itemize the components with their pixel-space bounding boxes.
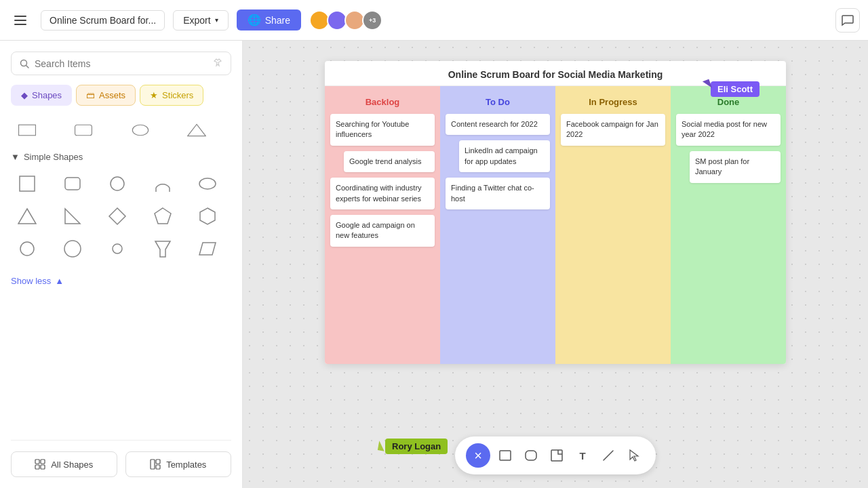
- svg-line-4: [26, 65, 29, 68]
- card[interactable]: Social media post for new year 2022: [676, 114, 781, 146]
- tab-bar: ◆ Shapes 🗃 Assets ★ Stickers: [11, 85, 231, 106]
- close-icon: ×: [474, 449, 482, 462]
- card[interactable]: Searching for Youtube influencers: [330, 114, 435, 146]
- shape-triangle[interactable]: [11, 203, 43, 230]
- export-button[interactable]: Export ▾: [173, 10, 228, 30]
- svg-rect-0: [14, 16, 26, 17]
- share-label: Share: [265, 15, 290, 26]
- tab-stickers[interactable]: ★ Stickers: [140, 85, 203, 106]
- svg-rect-27: [35, 465, 39, 469]
- comment-button[interactable]: [835, 8, 860, 33]
- all-shapes-button[interactable]: All Shapes: [11, 451, 117, 477]
- card[interactable]: Google ad campaign on new features: [330, 215, 435, 247]
- shape-right-triangle[interactable]: [56, 203, 89, 230]
- svg-rect-5: [19, 125, 36, 136]
- shape-circle[interactable]: [101, 170, 134, 197]
- svg-point-7: [132, 125, 148, 136]
- all-shapes-icon: [35, 459, 45, 470]
- line-icon: [601, 449, 615, 462]
- search-input[interactable]: [35, 58, 208, 69]
- shape-hexagon[interactable]: [191, 203, 224, 230]
- shape-item[interactable]: [180, 117, 213, 144]
- card[interactable]: Facebook campaign for Jan 2022: [561, 114, 665, 146]
- shape-parallelogram[interactable]: [191, 235, 224, 262]
- shape-arc[interactable]: [146, 170, 179, 197]
- svg-marker-16: [65, 209, 80, 224]
- note-tool[interactable]: [546, 445, 568, 466]
- card[interactable]: SM post plan for January: [690, 151, 781, 183]
- svg-rect-26: [41, 460, 45, 464]
- svg-rect-32: [500, 451, 511, 460]
- tab-assets[interactable]: 🗃 Assets: [76, 85, 136, 106]
- card[interactable]: LinkedIn ad campaign for app updates: [459, 140, 550, 172]
- shape-circle-lg[interactable]: [56, 235, 89, 262]
- cursor-eli: Eli Scott: [704, 81, 760, 97]
- svg-marker-19: [200, 208, 215, 224]
- col-header-backlog: Backlog: [330, 93, 435, 114]
- avatar-group: +3: [309, 10, 382, 30]
- card[interactable]: Finding a Twitter chat co-host: [446, 178, 550, 209]
- show-less-button[interactable]: Show less ▲: [11, 276, 231, 286]
- sidebar: ◆ Shapes 🗃 Assets ★ Stickers: [0, 41, 243, 488]
- board-title[interactable]: Online Scrum Board for...: [41, 10, 165, 30]
- shape-item[interactable]: [124, 117, 157, 144]
- close-button[interactable]: ×: [466, 443, 490, 468]
- templates-button[interactable]: Templates: [125, 451, 232, 477]
- card[interactable]: Google trend analysis: [344, 151, 435, 172]
- export-arrow-icon: ▾: [215, 16, 218, 24]
- shape-item[interactable]: [11, 117, 43, 144]
- rounded-rect-tool[interactable]: [520, 445, 542, 466]
- topbar: Online Scrum Board for... Export ▾ 🌐 Sha…: [0, 0, 868, 41]
- search-icon: [20, 59, 29, 68]
- svg-rect-28: [41, 465, 45, 469]
- shape-pentagon[interactable]: [146, 203, 179, 230]
- shape-oval[interactable]: [191, 170, 224, 197]
- assets-label: Assets: [99, 90, 125, 100]
- rectangle-tool[interactable]: [494, 445, 516, 466]
- line-tool[interactable]: [597, 445, 619, 466]
- text-tool[interactable]: T: [572, 445, 593, 466]
- menu-button[interactable]: [8, 8, 33, 33]
- shape-item[interactable]: [67, 117, 100, 144]
- svg-marker-36: [630, 450, 638, 461]
- card[interactable]: Content research for 2022: [446, 114, 550, 135]
- rounded-rect-icon: [524, 449, 538, 462]
- svg-marker-17: [109, 208, 125, 224]
- shape-diamond[interactable]: [101, 203, 134, 230]
- svg-marker-24: [199, 243, 216, 255]
- shape-circle-sm[interactable]: [11, 235, 43, 262]
- shapes-label: Shapes: [32, 90, 62, 100]
- svg-rect-25: [35, 460, 39, 464]
- search-bar: [11, 52, 231, 75]
- svg-rect-9: [20, 176, 35, 191]
- svg-rect-10: [65, 178, 80, 190]
- canvas[interactable]: Online Scrum Board for Social Media Mark…: [243, 41, 868, 488]
- svg-marker-15: [18, 209, 36, 224]
- globe-icon: 🌐: [248, 14, 261, 26]
- bottom-toolbar: × T: [455, 436, 656, 474]
- shape-funnel[interactable]: [146, 235, 179, 262]
- stickers-icon: ★: [150, 90, 158, 100]
- text-icon: T: [579, 450, 585, 462]
- export-label: Export: [183, 15, 210, 26]
- shape-square[interactable]: [11, 170, 43, 197]
- svg-marker-8: [188, 124, 205, 136]
- share-button[interactable]: 🌐 Share: [237, 9, 301, 30]
- column-backlog: Backlog Searching for Youtube influencer…: [325, 86, 440, 364]
- svg-rect-34: [551, 450, 562, 461]
- simple-shapes-header[interactable]: ▼ Simple Shapes: [11, 152, 231, 162]
- svg-rect-33: [526, 451, 536, 460]
- tab-shapes[interactable]: ◆ Shapes: [11, 85, 72, 106]
- pointer-icon: [627, 449, 641, 462]
- pin-icon[interactable]: [213, 58, 222, 69]
- pointer-tool[interactable]: [623, 445, 645, 466]
- shape-circle-xs[interactable]: [101, 235, 134, 262]
- rectangle-icon: [498, 449, 512, 462]
- svg-line-35: [604, 451, 613, 460]
- avatar-more[interactable]: +3: [362, 10, 382, 30]
- topbar-right: [835, 8, 860, 33]
- svg-rect-2: [14, 24, 26, 25]
- card[interactable]: Coordinating with industry experts for w…: [330, 178, 435, 209]
- show-less-label: Show less: [11, 276, 51, 286]
- shape-rounded-rect[interactable]: [56, 170, 89, 197]
